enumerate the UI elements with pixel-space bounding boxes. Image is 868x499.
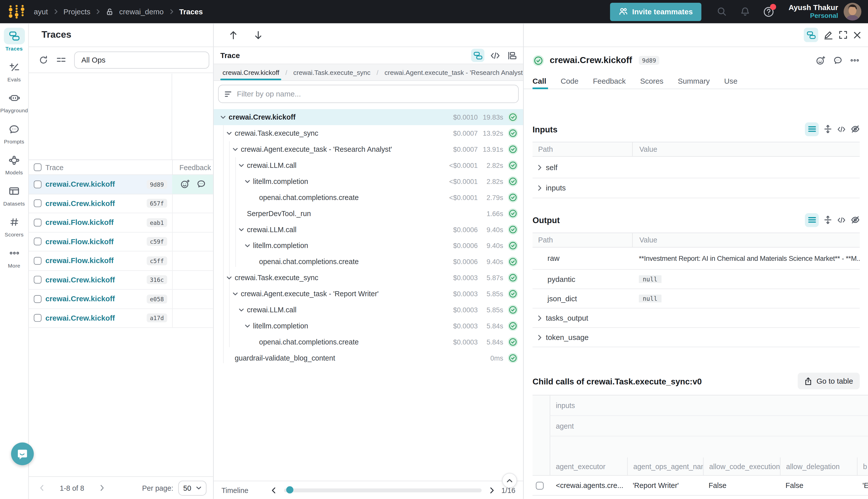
table-row[interactable]: <crewai.agents.cre... 'Research Analyst'… [532, 495, 868, 499]
chevron-down-icon[interactable] [220, 115, 226, 119]
chevron-down-icon[interactable] [233, 147, 238, 151]
trace-tree-row[interactable]: crewai.Agent.execute_task - 'Report Writ… [214, 286, 523, 302]
trace-link[interactable]: crewai.Flow.kickoff [46, 218, 147, 227]
select-all-checkbox[interactable] [34, 163, 41, 171]
trace-tree-row[interactable]: openai.chat.completions.create <$0.0001 … [214, 190, 523, 206]
timeline-prev-icon[interactable] [271, 486, 276, 494]
smiley-plus-icon[interactable] [180, 180, 189, 189]
raw-value[interactable]: **Investment Report: AI in Chemical and … [632, 255, 860, 262]
table-row[interactable]: <crewai.agents.cre... 'Report Writer' Fa… [532, 475, 868, 495]
chevron-down-icon[interactable] [233, 291, 238, 296]
page-prev-icon[interactable] [39, 484, 45, 492]
chevron-right-icon[interactable] [537, 334, 542, 340]
tab-scores[interactable]: Scores [633, 74, 671, 89]
invite-teammates-button[interactable]: Invite teammates [610, 2, 702, 21]
ops-filter-select[interactable]: All Ops [74, 51, 209, 68]
trace-tree-row[interactable]: crewai.Task.execute_sync $0.0003 5.87s [214, 270, 523, 286]
trace-link[interactable]: crewai.Flow.kickoff [46, 238, 147, 246]
code-view-button[interactable] [488, 49, 501, 62]
page-next-icon[interactable] [99, 484, 105, 492]
trace-tree-row[interactable]: openai.chat.completions.create $0.0003 5… [214, 334, 523, 350]
breadcrumb-entity[interactable]: ayut [34, 8, 48, 16]
table-row[interactable]: crewai.Crew.kickoff 316c [29, 271, 213, 290]
chevron-down-icon[interactable] [239, 307, 244, 312]
trace-tree-row[interactable]: litellm.completion <$0.0001 2.82s [214, 173, 523, 190]
input-row-self[interactable]: self [532, 163, 632, 171]
trace-tree-row[interactable]: litellm.completion $0.0003 5.84s [214, 318, 523, 334]
arrow-down-icon[interactable] [254, 30, 262, 39]
sidebar-item-traces[interactable]: Traces [0, 28, 28, 51]
eye-slash-icon[interactable] [851, 125, 860, 133]
table-row[interactable]: crewai.Crew.kickoff e058 [29, 290, 213, 309]
code-icon[interactable] [837, 216, 846, 223]
column-header[interactable]: allow_code_execution [703, 458, 780, 475]
column-header[interactable]: b [857, 458, 868, 475]
timeline-slider-thumb[interactable] [286, 486, 293, 494]
columns-icon[interactable] [57, 55, 66, 64]
trace-tab[interactable]: crewai.Task.execute_sync [291, 64, 373, 81]
tree-view-button[interactable] [471, 49, 484, 62]
sidebar-item-more[interactable]: More [0, 245, 28, 269]
trace-tree-row[interactable]: guardrail-validate_blog_content 0ms [214, 350, 523, 366]
trace-tree-row[interactable]: crewai.LLM.call $0.0003 5.85s [214, 302, 523, 318]
chevron-down-icon[interactable] [226, 276, 232, 280]
breadcrumb-project[interactable]: crewai_demo [119, 8, 164, 16]
trace-link[interactable]: crewai.Crew.kickoff [46, 314, 147, 322]
column-header[interactable]: agent_ops_agent_nan [627, 458, 703, 475]
help-button[interactable] [764, 6, 774, 17]
bell-icon[interactable] [741, 7, 751, 16]
column-header[interactable]: allow_delegation [780, 458, 857, 475]
tab-summary[interactable]: Summary [671, 74, 717, 89]
scroll-to-top-button[interactable] [502, 473, 517, 488]
tab-code[interactable]: Code [554, 74, 586, 89]
row-checkbox[interactable] [34, 180, 41, 188]
row-checkbox[interactable] [34, 295, 41, 303]
smiley-plus-icon[interactable] [816, 56, 825, 65]
trace-tree-row[interactable]: crewai.LLM.call $0.0006 9.40s [214, 222, 523, 238]
trace-link[interactable]: crewai.Crew.kickoff [46, 276, 147, 284]
close-icon[interactable] [853, 31, 861, 39]
trace-link[interactable]: crewai.Flow.kickoff [46, 257, 147, 265]
row-checkbox[interactable] [34, 276, 41, 284]
chevron-down-icon[interactable] [239, 227, 244, 232]
comment-icon[interactable] [833, 56, 842, 65]
table-row[interactable]: crewai.Flow.kickoff c59f [29, 232, 213, 252]
list-view-button[interactable] [805, 122, 819, 136]
row-checkbox[interactable] [34, 314, 41, 322]
table-row[interactable]: crewai.Flow.kickoff eab1 [29, 213, 213, 232]
chevron-right-icon[interactable] [537, 185, 542, 191]
row-checkbox[interactable] [34, 199, 41, 207]
support-chat-button[interactable] [11, 442, 34, 465]
sidebar-item-evals[interactable]: Evals [0, 59, 28, 83]
chevron-down-icon[interactable] [245, 179, 250, 184]
output-row-token-usage[interactable]: token_usage [532, 333, 632, 341]
row-checkbox[interactable] [34, 257, 41, 265]
trace-link[interactable]: crewai.Crew.kickoff [46, 295, 147, 303]
sidebar-item-datasets[interactable]: Datasets [0, 183, 28, 207]
sidebar-item-prompts[interactable]: Prompts [0, 121, 28, 145]
trace-tree-row[interactable]: crewai.Crew.kickoff $0.0010 19.83s [214, 109, 523, 125]
breadcrumb-projects[interactable]: Projects [63, 8, 90, 16]
eye-slash-icon[interactable] [851, 215, 860, 224]
per-page-select[interactable]: 50 [178, 480, 207, 496]
expand-rows-icon[interactable] [824, 215, 832, 224]
chevron-right-icon[interactable] [537, 164, 542, 170]
more-dots-icon[interactable] [850, 59, 859, 62]
refresh-icon[interactable] [39, 55, 48, 64]
trace-link[interactable]: crewai.Crew.kickoff [46, 180, 147, 188]
go-to-table-button[interactable]: Go to table [798, 373, 860, 389]
op-name-filter-input[interactable]: Filter by op name... [218, 85, 519, 103]
user-menu[interactable]: Ayush Thakur Personal [789, 3, 838, 20]
trace-tree-row[interactable]: litellm.completion $0.0006 9.40s [214, 238, 523, 254]
trace-tab[interactable]: crewai.Agent.execute_task - 'Research An… [382, 64, 523, 81]
avatar[interactable] [844, 3, 861, 21]
tab-call[interactable]: Call [532, 74, 553, 89]
expand-icon[interactable] [839, 31, 847, 39]
pencil-icon[interactable] [824, 30, 833, 39]
arrow-up-icon[interactable] [229, 30, 237, 39]
sidebar-item-scorers[interactable]: Scorers [0, 214, 28, 238]
tree-view-button[interactable] [804, 28, 818, 42]
trace-tree-row[interactable]: crewai.Task.execute_sync $0.0007 13.92s [214, 125, 523, 141]
table-row[interactable]: crewai.Flow.kickoff c5ff [29, 252, 213, 271]
column-header[interactable]: agent_executor [550, 458, 627, 475]
